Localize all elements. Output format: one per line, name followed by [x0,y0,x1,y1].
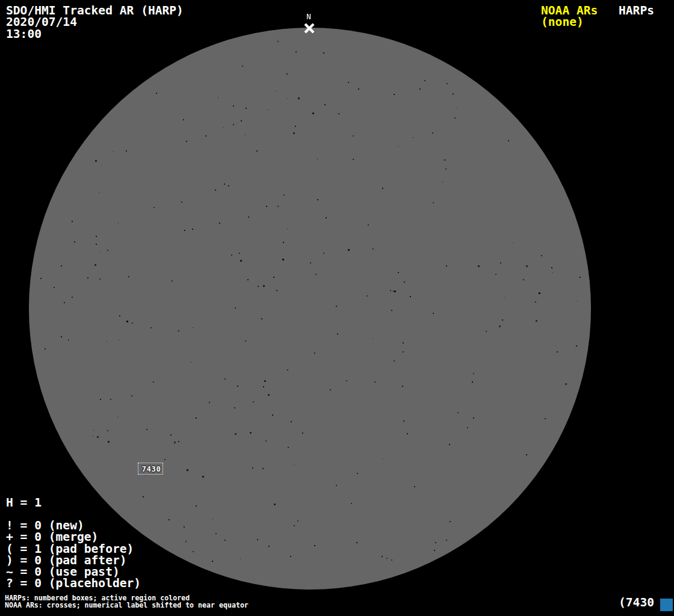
caption-noaa: NOAA ARs: crosses; numerical label shift… [5,601,249,609]
harp-tracking-view: N 7430 SDO/HMI Tracked AR (HARP) 2020/07… [0,0,674,616]
caption-block: HARPs: numbered boxes; active region col… [5,594,249,609]
noaa-ars-column: NOAA ARs (none) [541,5,598,28]
harps-header: HARPs [619,4,654,17]
north-cross-icon [303,22,315,34]
harp-ref-label: (7430 [619,597,654,608]
north-label: N [304,13,314,20]
harp-box: 7430 [138,463,163,475]
time-label: 13:00 [6,27,42,41]
noaa-ars-none: (none) [541,15,584,29]
harp-color-swatch [660,599,673,611]
harps-column: HARPs [619,5,654,16]
solar-disk [29,28,591,590]
harp-box-label: 7430 [140,464,161,473]
header-block: SDO/HMI Tracked AR (HARP) 2020/07/14 13:… [6,5,184,40]
legend-flags: ! = 0 (new) + = 0 (merge) ( = 1 (pad bef… [6,520,141,590]
legend-line-placeholder: ? = 0 (placeholder) [6,576,141,590]
legend-h-count: H = 1 [6,497,42,508]
speckle-layer [29,28,591,590]
